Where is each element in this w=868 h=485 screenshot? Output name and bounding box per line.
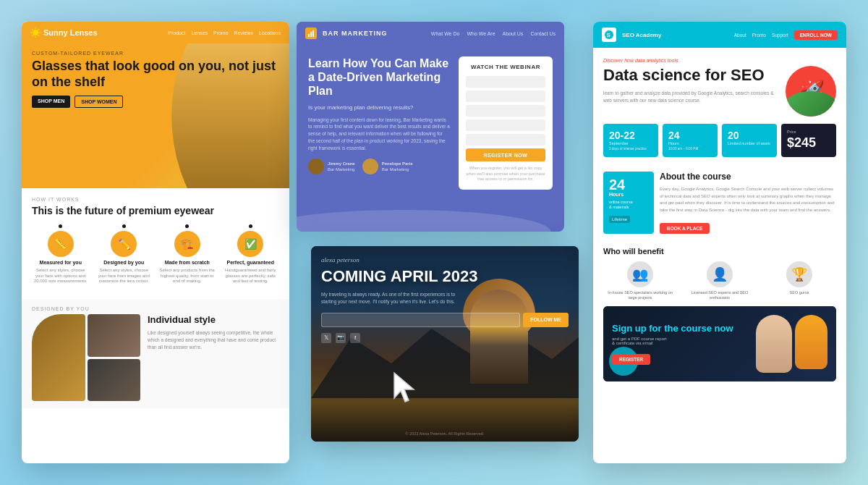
facebook-icon[interactable]: f: [350, 333, 360, 343]
book-place-button[interactable]: BOOK A PLACE: [660, 223, 710, 234]
register-button[interactable]: REGISTER NOW: [466, 148, 545, 161]
left-icon-circle-1: 📏: [48, 231, 74, 257]
bottom-social-links: 𝕏 📷 f: [321, 333, 569, 343]
center-navbar: BAR MARKETING What We Do Who We Are Abou…: [297, 22, 564, 45]
left-how-it-works-section: HOW IT WORKS This is the future of premi…: [22, 188, 289, 299]
right-benefit-section: Who will benefit 👥 In-house SEO speciali…: [593, 241, 846, 306]
instagram-icon[interactable]: 📷: [336, 333, 346, 343]
about-badge: 24 Hours online course& materials Lifeti…: [603, 172, 654, 233]
left-icon-item: 🏗️ Made from scratch Select any products…: [158, 224, 216, 284]
form-field-job[interactable]: [466, 119, 545, 131]
left-icon-circle-2: ✏️: [111, 231, 137, 257]
seo-logo-icon: S: [604, 30, 614, 40]
center-webinar-form: WATCH THE WEBINAR REGISTER NOW When you …: [459, 56, 553, 190]
benefit-item-2: 👤 Licensed SEO experts and SEO enthusias…: [683, 261, 757, 300]
right-hero-text: Data science for SEO learn to gather and…: [603, 66, 780, 111]
register-button[interactable]: REGISTER: [612, 354, 650, 365]
form-field-industry[interactable]: [466, 134, 545, 146]
email-input[interactable]: [321, 313, 520, 327]
left-navbar: Sunny Lenses Product Lenses Promo Review…: [22, 22, 289, 43]
form-field-company[interactable]: [466, 105, 545, 117]
stat-seats: 20 Limited number of seats: [722, 124, 777, 157]
about-text: About the course Every day, Google Analy…: [660, 172, 836, 233]
left-icon-dot: [249, 224, 252, 228]
left-nav-links: Product Lenses Promo Reviews Locations: [168, 30, 281, 35]
left-icon-item: 📏 Measured for you Select any styles, ch…: [32, 224, 90, 284]
mockup-center-bottom: alexa peterson COMING APRIL 2023 My trav…: [311, 246, 579, 442]
shop-women-button[interactable]: SHOP WOMEN: [75, 96, 123, 108]
svg-text:S: S: [607, 32, 611, 38]
svg-line-8: [32, 35, 33, 37]
style-image-1: [32, 314, 85, 401]
style-image-2: [88, 314, 141, 357]
svg-rect-10: [310, 32, 312, 37]
left-style-content: Individual style Like designed yourself …: [32, 314, 279, 401]
left-icon-dot: [59, 224, 62, 228]
svg-rect-11: [312, 30, 314, 37]
right-nav-links: About Promo Support ENROLL NOW: [734, 30, 838, 40]
left-style-images: [32, 314, 140, 401]
stat-hours: 24 Hours10:00 am – 6:00 PM: [663, 124, 718, 157]
style-image-3: [88, 359, 141, 402]
right-stats: 20-22 September3 days of intense practic…: [593, 124, 846, 164]
svg-line-5: [32, 29, 33, 30]
benefit-item-3: 🏆 SEO gurus: [762, 261, 836, 300]
left-icon-circle-3: 🏗️: [174, 231, 200, 257]
enroll-button[interactable]: ENROLL NOW: [794, 30, 838, 40]
sun-icon: [30, 28, 41, 38]
svg-point-0: [33, 30, 38, 35]
left-logo: Sunny Lenses: [30, 28, 98, 38]
center-wave-decoration: [297, 210, 564, 232]
svg-rect-9: [308, 34, 310, 37]
rocket-image: 🚀: [786, 66, 836, 117]
rocket-bg: [786, 91, 836, 117]
signup-figures: [756, 315, 827, 373]
center-author-1: Jimmy Crane Bar Marketing: [308, 159, 355, 174]
benefit-avatar-2: 👤: [707, 261, 733, 287]
author-1-info: Jimmy Crane Bar Marketing: [328, 161, 355, 173]
author-2-avatar: [362, 159, 378, 174]
bar-icon: [307, 30, 315, 37]
mockup-left: Sunny Lenses Product Lenses Promo Review…: [22, 22, 289, 463]
author-2-info: Penelope Paris Bar Marketing: [382, 161, 413, 173]
right-hero-layout: Data science for SEO learn to gather and…: [603, 66, 836, 117]
shop-men-button[interactable]: SHOP MEN: [32, 96, 70, 108]
svg-line-6: [38, 35, 40, 37]
right-logo-badge: S: [602, 28, 616, 42]
right-hero: Discover how data analytics tools Data s…: [593, 48, 846, 124]
left-icon-item: ✅ Perfect, guaranteed Handguaranteed and…: [222, 224, 280, 284]
right-signup-banner: Sign up for the course now and get a PDF…: [603, 306, 836, 381]
center-authors: Jimmy Crane Bar Marketing Penelope Paris…: [308, 159, 450, 174]
left-hero-buttons: SHOP MEN SHOP WOMEN: [32, 96, 279, 108]
svg-marker-12: [394, 373, 414, 402]
left-hero: CUSTOM-TAILORED EYEWEAR Glasses that loo…: [22, 43, 289, 188]
cursor: [391, 369, 420, 404]
center-author-2: Penelope Paris Bar Marketing: [362, 159, 413, 174]
center-left-content: Learn How You Can Make a Date-Driven Mar…: [308, 56, 459, 190]
left-icon-item: ✏️ Designed by you Select any styles, ch…: [95, 224, 153, 284]
twitter-icon[interactable]: 𝕏: [321, 333, 331, 343]
center-content: Learn How You Can Make a Date-Driven Mar…: [297, 45, 564, 201]
signup-text: Sign up for the course now and get a PDF…: [612, 323, 750, 366]
author-1-avatar: [308, 159, 324, 174]
left-icons-row: 📏 Measured for you Select any styles, ch…: [32, 224, 279, 284]
right-about-section: 24 Hours online course& materials Lifeti…: [593, 164, 846, 240]
form-field-name[interactable]: [466, 76, 545, 88]
mockup-center-top: BAR MARKETING What We Do Who We Are Abou…: [297, 22, 564, 232]
form-field-email[interactable]: [466, 90, 545, 102]
mockup-right: S SEO Academy About Promo Support ENROLL…: [593, 22, 846, 463]
stat-price: Price $245: [781, 124, 836, 157]
benefit-avatar-3: 🏆: [786, 261, 812, 287]
benefit-item-1: 👥 In-house SEO specialists working on la…: [603, 261, 677, 300]
left-icon-dot: [122, 224, 126, 228]
left-icon-dot: [185, 224, 189, 228]
left-style-text: Individual style Like designed yourself …: [148, 314, 279, 401]
stat-dates: 20-22 September3 days of intense practic…: [603, 124, 658, 157]
left-hero-content: CUSTOM-TAILORED EYEWEAR Glasses that loo…: [22, 43, 289, 115]
left-style-section: DESIGNED BY YOU Individual style Like de…: [22, 299, 289, 408]
bottom-content: alexa peterson COMING APRIL 2023 My trav…: [311, 246, 579, 353]
right-navbar: S SEO Academy About Promo Support ENROLL…: [593, 22, 846, 48]
right-benefit-items: 👥 In-house SEO specialists working on la…: [603, 261, 836, 300]
follow-me-button[interactable]: FOLLOW ME: [523, 313, 569, 327]
svg-line-7: [38, 29, 40, 30]
